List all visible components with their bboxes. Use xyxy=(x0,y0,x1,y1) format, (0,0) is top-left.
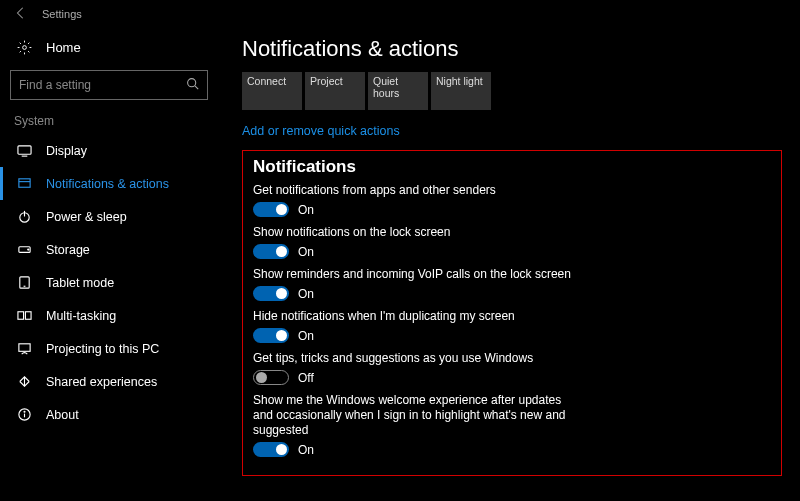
svg-rect-14 xyxy=(25,312,31,320)
quick-action-project[interactable]: Project xyxy=(305,72,365,110)
toggle-state: On xyxy=(298,245,314,259)
sidebar: Home System Display Notifications & acti… xyxy=(0,28,218,501)
toggle-hide-duplicating[interactable] xyxy=(253,328,289,343)
section-header: Notifications xyxy=(253,157,767,177)
toggle-tips-tricks[interactable] xyxy=(253,370,289,385)
option-label: Show notifications on the lock screen xyxy=(253,225,573,240)
search-field[interactable] xyxy=(19,78,186,92)
option-label: Get notifications from apps and other se… xyxy=(253,183,573,198)
toggle-reminders-voip[interactable] xyxy=(253,286,289,301)
svg-rect-5 xyxy=(18,179,29,187)
quick-action-night-light[interactable]: Night light xyxy=(431,72,491,110)
gear-icon xyxy=(16,40,32,55)
projecting-icon xyxy=(16,341,32,356)
option-get-notifications: Get notifications from apps and other se… xyxy=(253,183,767,217)
sidebar-item-label: Projecting to this PC xyxy=(46,342,159,356)
sidebar-item-label: Tablet mode xyxy=(46,276,114,290)
app-title: Settings xyxy=(42,8,82,20)
sidebar-item-tablet[interactable]: Tablet mode xyxy=(0,266,218,299)
search-input[interactable] xyxy=(10,70,208,100)
sidebar-item-display[interactable]: Display xyxy=(0,134,218,167)
quick-actions-row: Connect Project Quiet hours Night light xyxy=(242,72,782,110)
svg-point-1 xyxy=(188,79,196,87)
display-icon xyxy=(16,143,32,158)
shared-icon xyxy=(16,374,32,389)
toggle-state: On xyxy=(298,203,314,217)
option-label: Hide notifications when I'm duplicating … xyxy=(253,309,573,324)
storage-icon xyxy=(16,242,32,257)
sidebar-item-power[interactable]: Power & sleep xyxy=(0,200,218,233)
notifications-icon xyxy=(16,176,32,191)
multitasking-icon xyxy=(16,308,32,323)
svg-line-2 xyxy=(195,86,198,89)
quick-action-quiet-hours[interactable]: Quiet hours xyxy=(368,72,428,110)
toggle-welcome-experience[interactable] xyxy=(253,442,289,457)
option-welcome-experience: Show me the Windows welcome experience a… xyxy=(253,393,767,457)
page-title: Notifications & actions xyxy=(242,28,782,70)
sidebar-item-storage[interactable]: Storage xyxy=(0,233,218,266)
home-button[interactable]: Home xyxy=(0,32,218,62)
sidebar-item-label: About xyxy=(46,408,79,422)
search-icon xyxy=(186,77,199,93)
option-label: Show reminders and incoming VoIP calls o… xyxy=(253,267,573,282)
sidebar-item-about[interactable]: About xyxy=(0,398,218,431)
option-label: Show me the Windows welcome experience a… xyxy=(253,393,573,438)
option-lock-screen-notifications: Show notifications on the lock screen On xyxy=(253,225,767,259)
notifications-section-highlight: Notifications Get notifications from app… xyxy=(242,150,782,476)
edit-quick-actions-link[interactable]: Add or remove quick actions xyxy=(242,124,400,138)
sidebar-item-label: Display xyxy=(46,144,87,158)
sidebar-item-label: Power & sleep xyxy=(46,210,127,224)
toggle-state: On xyxy=(298,287,314,301)
option-label: Get tips, tricks and suggestions as you … xyxy=(253,351,573,366)
sidebar-item-shared[interactable]: Shared experiences xyxy=(0,365,218,398)
svg-rect-13 xyxy=(17,312,23,320)
sidebar-item-projecting[interactable]: Projecting to this PC xyxy=(0,332,218,365)
sidebar-item-label: Multi-tasking xyxy=(46,309,116,323)
toggle-state: Off xyxy=(298,371,314,385)
svg-rect-15 xyxy=(18,344,29,352)
sidebar-item-label: Notifications & actions xyxy=(46,177,169,191)
power-icon xyxy=(16,209,32,224)
about-icon xyxy=(16,407,32,422)
svg-point-0 xyxy=(22,45,26,49)
quick-action-connect[interactable]: Connect xyxy=(242,72,302,110)
sidebar-item-notifications[interactable]: Notifications & actions xyxy=(0,167,218,200)
toggle-lock-screen-notifications[interactable] xyxy=(253,244,289,259)
sidebar-group-label: System xyxy=(0,100,218,134)
toggle-get-notifications[interactable] xyxy=(253,202,289,217)
option-tips-tricks: Get tips, tricks and suggestions as you … xyxy=(253,351,767,385)
option-reminders-voip: Show reminders and incoming VoIP calls o… xyxy=(253,267,767,301)
toggle-state: On xyxy=(298,329,314,343)
svg-rect-3 xyxy=(17,146,30,154)
back-button[interactable] xyxy=(14,6,28,22)
toggle-state: On xyxy=(298,443,314,457)
sidebar-item-label: Storage xyxy=(46,243,90,257)
sidebar-item-label: Shared experiences xyxy=(46,375,157,389)
home-label: Home xyxy=(46,40,81,55)
option-hide-duplicating: Hide notifications when I'm duplicating … xyxy=(253,309,767,343)
main-content: Notifications & actions Connect Project … xyxy=(218,28,800,501)
svg-point-18 xyxy=(24,411,25,412)
sidebar-item-multitasking[interactable]: Multi-tasking xyxy=(0,299,218,332)
svg-point-10 xyxy=(27,249,28,250)
tablet-icon xyxy=(16,275,32,290)
